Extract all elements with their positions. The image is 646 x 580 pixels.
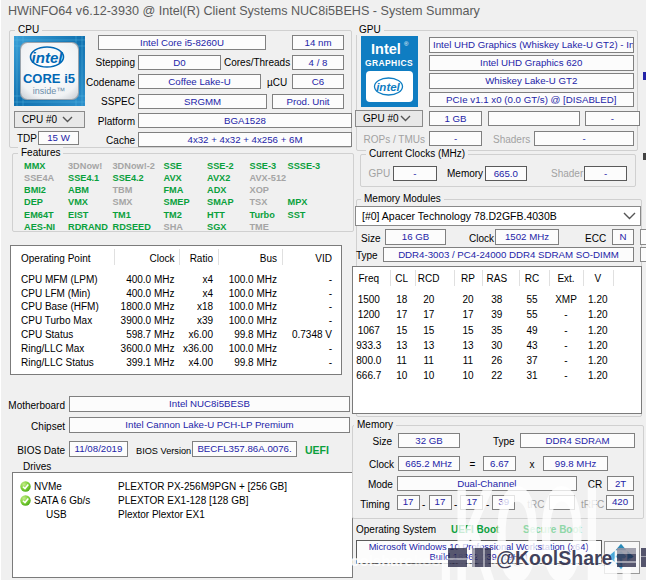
svg-text:Intel: Intel <box>371 41 401 57</box>
svg-text:®: ® <box>404 41 409 47</box>
svg-text:intel: intel <box>376 81 400 93</box>
svg-text:GRAPHICS: GRAPHICS <box>365 58 413 68</box>
